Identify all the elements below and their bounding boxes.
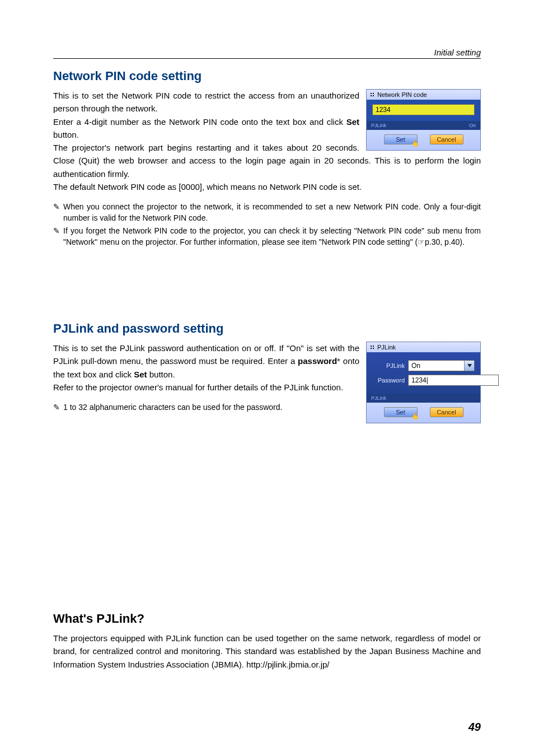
pjlink-row-password: Password — [372, 375, 475, 386]
text-span: button. — [147, 370, 175, 379]
heading-pjlink: PJLink and password setting — [53, 321, 481, 336]
text-span: button. — [53, 130, 79, 139]
note-text: When you connect the projector to the ne… — [63, 201, 481, 224]
pin-panel-buttons: Set 👆 Cancel — [367, 130, 480, 150]
note-item: ✎ When you connect the projector to the … — [53, 201, 481, 224]
whats-paragraph: The projectors equipped with PJLink func… — [53, 632, 481, 671]
note-marker-icon: ✎ — [53, 402, 60, 413]
page-number: 49 — [469, 721, 481, 734]
pjlink-mode-select[interactable]: On — [408, 360, 475, 371]
pjlink-panel-titlebar: PJLink — [367, 342, 480, 352]
text-span: Enter a 4-digit number as the Network PI… — [53, 117, 346, 127]
note-item: ✎ 1 to 32 alphanumeric characters can be… — [53, 402, 359, 413]
text-bold: Set — [134, 370, 147, 379]
note-text: If you forget the Network PIN code to th… — [63, 225, 481, 248]
section-whats-pjlink: What's PJLink? The projectors equipped w… — [53, 612, 481, 671]
note-text: 1 to 32 alphanumeric characters can be u… — [63, 402, 359, 413]
pin-set-label: Set — [396, 136, 405, 143]
pin-paragraph-4: The default Network PIN code as [0000], … — [53, 180, 481, 193]
pjlink-cancel-label: Cancel — [437, 409, 456, 416]
dropdown-button[interactable] — [464, 361, 474, 371]
text-bold: password — [298, 356, 337, 366]
pin-footer-right: On — [469, 123, 476, 128]
cursor-hand-icon: 👆 — [411, 139, 419, 147]
pjlink-mode-label: PJLink — [372, 362, 405, 369]
cursor-hand-icon: 👆 — [411, 412, 419, 420]
menu-icon — [370, 345, 375, 350]
pin-panel-title: Network PIN code — [377, 91, 427, 98]
pin-notes: ✎ When you connect the projector to the … — [53, 201, 481, 248]
pjlink-panel-title: PJLink — [377, 344, 396, 351]
pjlink-row-mode: PJLink On — [372, 360, 475, 371]
pjlink-set-button[interactable]: Set 👆 — [384, 407, 418, 417]
section-pjlink: PJLink and password setting PJLink PJLin… — [53, 321, 481, 427]
pin-code-input[interactable] — [372, 104, 475, 115]
heading-network-pin: Network PIN code setting — [53, 69, 481, 83]
pjlink-password-input[interactable] — [408, 375, 499, 386]
section-network-pin: Network PIN code setting Network PIN cod… — [53, 69, 481, 249]
pjlink-set-label: Set — [396, 409, 405, 416]
pin-cancel-button[interactable]: Cancel — [430, 134, 463, 144]
pin-cancel-label: Cancel — [437, 136, 456, 143]
pjlink-cancel-button[interactable]: Cancel — [430, 407, 463, 417]
pin-set-button[interactable]: Set 👆 — [384, 134, 418, 144]
pjlink-mode-value: On — [409, 361, 464, 371]
note-marker-icon: ✎ — [53, 225, 60, 236]
pjlink-panel-body: PJLink On Password — [367, 352, 480, 394]
pjlink-panel-buttons: Set 👆 Cancel — [367, 403, 480, 423]
text-bold: Set — [346, 117, 359, 127]
pin-panel-body — [367, 100, 480, 121]
note-marker-icon: ✎ — [53, 201, 60, 212]
note-item: ✎ If you forget the Network PIN code to … — [53, 225, 481, 248]
breadcrumb: Initial setting — [434, 48, 481, 57]
pjlink-panel: PJLink PJLink On Password PJLin — [366, 342, 481, 423]
pin-code-panel: Network PIN code PJLink On Set 👆 Cancel — [366, 89, 481, 151]
menu-icon — [370, 92, 375, 97]
pjlink-side-label: PJLink — [367, 394, 480, 403]
pin-footer-left: PJLink — [371, 123, 386, 128]
pin-panel-footerrow: PJLink On — [367, 121, 480, 130]
pin-panel-titlebar: Network PIN code — [367, 90, 480, 100]
heading-whats-pjlink: What's PJLink? — [53, 612, 481, 626]
chevron-down-icon — [467, 364, 472, 367]
pjlink-password-label: Password — [372, 377, 405, 384]
